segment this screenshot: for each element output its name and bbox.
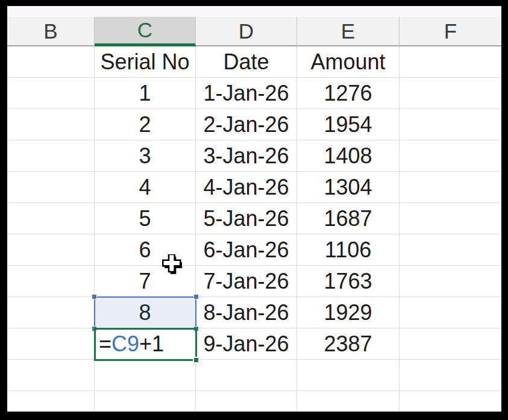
cell[interactable]: 1408 — [297, 140, 400, 172]
cell[interactable]: 7 — [95, 266, 196, 297]
cell[interactable] — [400, 78, 501, 109]
cell[interactable] — [7, 140, 95, 172]
cell-header-date[interactable]: Date — [196, 46, 297, 78]
cell[interactable]: 1304 — [297, 172, 400, 203]
cell[interactable] — [400, 234, 501, 266]
cell[interactable]: 2-Jan-26 — [196, 109, 297, 140]
cell[interactable]: 2 — [95, 109, 196, 140]
cell[interactable]: 6-Jan-26 — [196, 234, 297, 266]
cell[interactable] — [400, 297, 501, 328]
cell[interactable] — [400, 203, 501, 234]
cell[interactable] — [297, 360, 400, 391]
column-header-d[interactable]: D — [196, 17, 297, 46]
table-row: 1 1-Jan-26 1276 — [7, 78, 501, 109]
cell[interactable] — [297, 391, 400, 412]
cell[interactable] — [400, 360, 501, 391]
cell[interactable]: 5 — [95, 203, 196, 234]
cell-header-amount[interactable]: Amount — [297, 46, 400, 78]
cell[interactable] — [7, 391, 95, 412]
cell[interactable] — [7, 46, 95, 78]
cell[interactable] — [7, 234, 95, 266]
cell[interactable] — [7, 328, 95, 360]
column-header-f[interactable]: F — [400, 17, 501, 46]
cell[interactable]: 8-Jan-26 — [196, 297, 297, 328]
cell[interactable] — [400, 328, 501, 360]
table-row: =C9+1 9-Jan-26 2387 — [7, 328, 501, 360]
cell[interactable] — [400, 140, 501, 172]
excel-window: { "window": { "frame_color": "#000000", … — [0, 0, 508, 420]
cell-referenced-c9[interactable]: 8 — [95, 297, 196, 328]
cell[interactable] — [7, 109, 95, 140]
column-header-row: B C D E F — [7, 17, 501, 46]
formula-token: +1 — [139, 331, 164, 357]
cell[interactable]: 1-Jan-26 — [196, 78, 297, 109]
formula-edit-cell[interactable]: =C9+1 — [95, 328, 196, 360]
cell[interactable] — [7, 297, 95, 328]
cell[interactable] — [7, 203, 95, 234]
cell[interactable] — [95, 360, 196, 391]
formula-token: = — [99, 331, 111, 357]
cell[interactable]: 1687 — [297, 203, 400, 234]
column-header-b[interactable]: B — [7, 17, 95, 46]
toolbar-edge-strip — [7, 6, 501, 17]
cell[interactable]: 4 — [95, 172, 196, 203]
table-row: 7 7-Jan-26 1763 — [7, 266, 501, 297]
cell[interactable] — [196, 360, 297, 391]
cell[interactable]: 1276 — [297, 78, 400, 109]
cell[interactable] — [196, 391, 297, 412]
table-row — [7, 391, 501, 412]
cell[interactable] — [7, 172, 95, 203]
table-row: Serial No Date Amount — [7, 46, 501, 78]
table-row: 2 2-Jan-26 1954 — [7, 109, 501, 140]
cell[interactable]: 5-Jan-26 — [196, 203, 297, 234]
cell[interactable] — [400, 266, 501, 297]
cell[interactable] — [7, 360, 95, 391]
cell[interactable] — [400, 391, 501, 412]
cell[interactable]: 1954 — [297, 109, 400, 140]
cell[interactable] — [7, 78, 95, 109]
cell[interactable]: 3-Jan-26 — [196, 140, 297, 172]
cell[interactable]: 2387 — [297, 328, 400, 360]
cell[interactable]: 1763 — [297, 266, 400, 297]
cell[interactable] — [400, 46, 501, 78]
cell[interactable]: 7-Jan-26 — [196, 266, 297, 297]
worksheet: B C D E F Serial No Date Amount 1 1-Jan-… — [7, 6, 501, 412]
cell[interactable]: 9-Jan-26 — [196, 328, 297, 360]
cell[interactable]: 1 — [95, 78, 196, 109]
cell[interactable] — [400, 172, 501, 203]
formula-token-cell-ref: C9 — [111, 331, 139, 357]
cell[interactable] — [95, 391, 196, 412]
table-row: 8 8-Jan-26 1929 — [7, 297, 501, 328]
table-row: 5 5-Jan-26 1687 — [7, 203, 501, 234]
cell[interactable]: 1106 — [297, 234, 400, 266]
cell[interactable]: 4-Jan-26 — [196, 172, 297, 203]
table-row: 6 6-Jan-26 1106 — [7, 234, 501, 266]
column-header-e[interactable]: E — [297, 17, 400, 46]
cell[interactable] — [7, 266, 95, 297]
cell[interactable] — [400, 109, 501, 140]
table-row: 4 4-Jan-26 1304 — [7, 172, 501, 203]
cell[interactable]: 3 — [95, 140, 196, 172]
table-row — [7, 360, 501, 391]
cell[interactable]: 6 — [95, 234, 196, 266]
cell[interactable]: 1929 — [297, 297, 400, 328]
spreadsheet-grid: Serial No Date Amount 1 1-Jan-26 1276 2 … — [7, 46, 501, 412]
column-header-c[interactable]: C — [95, 17, 196, 46]
table-row: 3 3-Jan-26 1408 — [7, 140, 501, 172]
cell-header-serial-no[interactable]: Serial No — [95, 46, 196, 78]
